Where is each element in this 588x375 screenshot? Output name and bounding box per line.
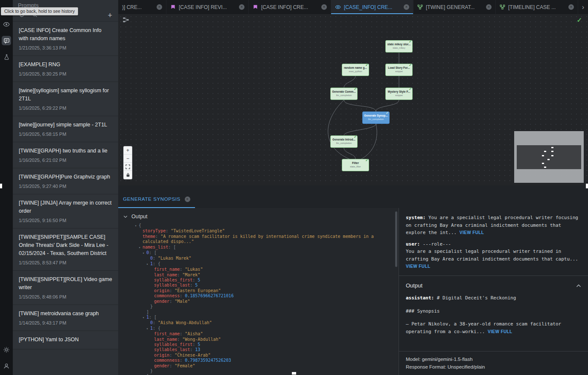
tab-close-icon[interactable]: × [239, 4, 245, 10]
list-item[interactable]: [TWINE] metroidvania case graph1/14/2025… [13, 305, 118, 331]
prompt-timestamp: 1/16/2025, 6:58:15 PM [19, 132, 112, 137]
graph-node[interactable]: state mikey stor...state_mikey✓ [385, 40, 413, 53]
prompt-title: [TWINE][GRAPH} two truths and a lie [19, 147, 112, 155]
prompt-timestamp: 1/15/2025, 8:48:06 PM [19, 294, 112, 299]
list-item[interactable]: [TWINE][GRAPH} two truths and a lie1/16/… [13, 142, 118, 168]
node-title: Mystery Style F... [386, 90, 412, 94]
collapse-caret-icon[interactable]: ▾ [135, 223, 139, 229]
json-scrollbar[interactable] [395, 211, 397, 267]
fit-view-button[interactable] [124, 163, 132, 171]
lock-button[interactable] [124, 171, 132, 179]
bookmark-purple-icon [170, 4, 176, 10]
json-line: syllables_last: 5 [139, 283, 386, 288]
graph-node[interactable]: Generate Introd...llm_completion✓ [330, 135, 358, 148]
tab-close-icon[interactable]: × [404, 4, 409, 10]
json-line: ▾0: [ [139, 250, 386, 256]
list-item[interactable]: [twine][journey] simple sample - 2T1L1/1… [13, 116, 118, 142]
resize-handle-bottom[interactable] [292, 372, 296, 375]
minimap-node [544, 151, 546, 152]
prompt-timestamp: 1/16/2025, 6:21:02 PM [19, 158, 112, 163]
collapse-caret-icon[interactable]: ▾ [143, 315, 146, 320]
chevron-up-icon[interactable] [576, 282, 581, 290]
editor-tab[interactable]: [TIMELINE] CASE ...× [496, 0, 578, 14]
json-line: ▾1: { [139, 261, 386, 267]
resize-handle-right[interactable] [586, 184, 588, 188]
experiments-flask-icon[interactable] [2, 52, 11, 62]
graph-node[interactable]: random name g...exec_python✓ [342, 64, 369, 76]
prompt-timestamp: 1/15/2025, 9:27:40 PM [19, 184, 112, 189]
minimap-node [547, 159, 550, 160]
view-full-link[interactable]: VIEW FULL [488, 329, 512, 334]
canvas-check-icon: ✓ [576, 16, 582, 24]
panel-tab-label: GENERATE SYNOPSIS [123, 196, 180, 202]
json-line: 0: "Aisha Wong-Abdullah" [139, 320, 386, 325]
output-section-header[interactable]: Output [123, 212, 393, 221]
prompt-title: [EXAMPLE] RNG [19, 61, 112, 69]
list-item[interactable]: [CASE INFO] Create Common Info with rand… [13, 22, 118, 56]
list-item[interactable]: [TWINE][SNIPPET][SAMPLE CASE] Online Thr… [13, 229, 118, 271]
prompt-title: [twine][journey] simple sample - 2T1L [19, 121, 112, 129]
bookmark-purple-icon [253, 4, 258, 10]
minimap-node [544, 167, 546, 168]
settings-gear-icon[interactable] [2, 345, 11, 354]
resize-handle-left[interactable] [0, 184, 2, 188]
minimap-node [551, 151, 553, 152]
list-item[interactable]: [TWINE] [JINJA] Array merge in correct o… [13, 194, 118, 229]
node-canvas[interactable]: ✓ + − state mikey stor...state_mikey✓ran… [118, 14, 588, 185]
prompt-title: [TWINE][GRAPH]Pure Graphviz graph [19, 173, 112, 181]
graph-node[interactable]: Load Story For...snippet✓ [385, 64, 413, 76]
view-full-link[interactable]: VIEW FULL [460, 230, 484, 235]
json-line: origin: "Chinese-Arab" [139, 353, 386, 358]
editor-tab[interactable]: )] CRE...× [118, 0, 166, 14]
panel-tab-close-icon[interactable]: × [185, 196, 190, 202]
graph-node[interactable]: Mystery Style F...snippet✓ [385, 88, 413, 100]
eye-icon[interactable] [2, 20, 11, 29]
tab-label: [CASE_INFO] CRE... [344, 4, 401, 10]
editor-tab[interactable]: [CASE INFO] REVI...× [166, 0, 249, 14]
workflow-green-icon [500, 4, 505, 10]
layout-icon[interactable] [122, 17, 129, 25]
graph-node[interactable]: Filterstate_filter✓ [342, 159, 369, 171]
add-prompt-button[interactable]: + [108, 12, 112, 19]
tab-label: [TIMELINE] CASE ... [508, 4, 565, 10]
account-icon[interactable] [2, 361, 11, 371]
minimap-inner [517, 145, 581, 169]
list-item[interactable]: [twine][syllogism] sample syllogism for … [13, 82, 118, 116]
collapse-caret-icon[interactable]: ▾ [139, 245, 143, 250]
list-item[interactable]: [PYTHON] Yaml to JSON [13, 331, 118, 349]
prompt-title: [CASE INFO] Create Common Info with rand… [19, 26, 112, 43]
tab-close-icon[interactable]: × [568, 4, 574, 10]
minimap[interactable] [514, 131, 584, 183]
tab-close-icon[interactable]: × [486, 4, 492, 10]
chat-output-title: Output [406, 282, 422, 290]
response-format-label: Response Format: Unspecified/plain [406, 363, 581, 371]
chat-output-header[interactable]: Output [406, 276, 581, 295]
editor-tab[interactable]: [CASE_INFO] CRE...× [331, 0, 413, 14]
graph-node[interactable]: Generate Comm...llm_completion✓ [330, 88, 358, 100]
tab-overflow-chevron-icon[interactable]: › [578, 0, 588, 14]
editor-tab[interactable]: [CASE INFO] CRE...× [249, 0, 331, 14]
collapse-caret-icon[interactable]: ▾ [146, 326, 150, 331]
collapse-caret-icon[interactable]: ▾ [146, 262, 150, 267]
assistant-message: assistant: # Digital Deceit's Reckoning … [406, 294, 581, 335]
node-subtitle: llm_completion [331, 94, 357, 97]
list-item[interactable]: [EXAMPLE] RNG1/16/2025, 8:30:25 PM [13, 56, 118, 82]
view-full-link[interactable]: VIEW FULL [406, 264, 430, 269]
json-line: syllables_first: 5 [139, 342, 386, 347]
graph-node[interactable]: Generate Synop...llm_completion✓ [362, 111, 390, 124]
node-check-icon: ✓ [409, 63, 412, 67]
panel-tab-generate-synopsis[interactable]: GENERATE SYNOPSIS × [118, 191, 195, 208]
tab-close-icon[interactable]: × [157, 4, 162, 10]
node-subtitle: snippet [386, 94, 412, 97]
zoom-in-button[interactable]: + [124, 146, 132, 155]
list-item[interactable]: [TWINE][GRAPH]Pure Graphviz graph1/15/20… [13, 168, 118, 194]
json-line: commonness: 0.7987359247526203 [139, 358, 386, 363]
editor-tab[interactable]: [TWINE] GENERAT...× [413, 0, 496, 14]
tab-close-icon[interactable]: × [321, 4, 327, 10]
minimap-node [542, 155, 544, 156]
zoom-out-button[interactable]: − [124, 155, 132, 163]
prompt-title: [TWINE][SNIPPET][SAMPLE CASE] Online Thr… [19, 233, 112, 258]
collapse-caret-icon[interactable]: ▾ [143, 251, 146, 256]
list-item[interactable]: [TWINE][SNIPPET][ROLE] Video game writer… [13, 271, 118, 305]
prompts-section-icon[interactable] [2, 36, 11, 45]
